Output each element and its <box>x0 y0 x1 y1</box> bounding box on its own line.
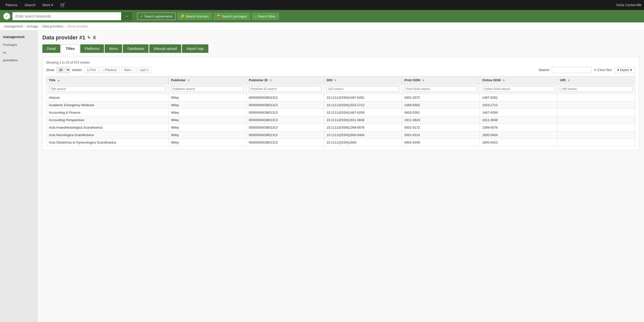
cell-publisher_id: 0000000403801313 <box>246 109 324 116</box>
cell-doi: 10.1111/(ISSN)1600- <box>324 139 402 146</box>
cell-title: Acta Neurologica Scandinavica <box>46 131 168 139</box>
agreements-label: Search agreements <box>144 14 172 18</box>
search-licenses-button[interactable]: 🔑 Search licenses <box>177 13 212 20</box>
cell-print_issn: 0001-6314 <box>402 131 480 139</box>
cell-uri <box>557 116 635 124</box>
delete-icon[interactable]: 🗑 <box>92 36 96 40</box>
cell-online_issn: 1553-2712 <box>480 102 557 109</box>
sort-publisher-icon: ⇅ <box>188 79 190 82</box>
online-issn-search-input[interactable] <box>482 86 555 92</box>
previous-button[interactable]: ‹ Previous <box>100 67 120 73</box>
last-button[interactable]: Last ⟩⟩ <box>137 67 151 73</box>
sort-publisher-id-icon: ⇅ <box>270 79 272 82</box>
col-publisher-id-label: Publisher ID <box>249 78 268 82</box>
sort-title-icon: ▲ <box>57 79 60 82</box>
user-info: koha Centerville <box>616 3 642 7</box>
search-circle-icon[interactable]: ✓ <box>3 12 10 20</box>
tab-databases[interactable]: Databases <box>123 44 148 53</box>
search-filter-input[interactable] <box>552 67 592 73</box>
sort-uri-icon: ⇅ <box>568 79 570 82</box>
publisher-search-input[interactable] <box>171 86 244 92</box>
cell-publisher: Wiley <box>168 109 246 116</box>
table-row: Academic Emergency MedicineWiley00000004… <box>46 102 635 109</box>
cell-title: Academic Emergency Medicine <box>46 102 168 109</box>
nav-cart[interactable]: 🛒 <box>57 0 68 10</box>
tab-titles[interactable]: Titles <box>61 44 80 53</box>
tab-platforms[interactable]: Platforms <box>80 44 104 53</box>
sort-doi-icon: ⇅ <box>334 79 336 82</box>
print-issn-search-input[interactable] <box>404 86 477 92</box>
search-go-button[interactable]: → <box>121 12 132 20</box>
cell-title: Acta Obstetricia et Gynecologica Scandin… <box>46 139 168 146</box>
cell-print_issn: 1069-6563 <box>402 102 480 109</box>
breadcrumb-eusage[interactable]: eUsage <box>27 24 38 28</box>
search-packages-button[interactable]: 📦 Search packages <box>213 13 250 20</box>
doi-search-input[interactable] <box>326 86 399 92</box>
nav-more[interactable]: More ▾ <box>40 0 56 10</box>
sort-print-issn-icon: ⇅ <box>422 79 424 82</box>
cell-doi: 10.1111/(ISSN)1467-6281 <box>324 94 402 102</box>
cell-uri <box>557 124 635 131</box>
nav-left: Patrons Search More ▾ 🛒 <box>2 0 68 10</box>
sidebar-item-es[interactable]: es <box>0 48 37 56</box>
breadcrumb-management[interactable]: management <box>4 24 23 28</box>
next-button[interactable]: Next › <box>121 67 135 73</box>
uri-search-input[interactable] <box>560 86 632 92</box>
sidebar-item-providers[interactable]: providers <box>0 56 37 64</box>
cell-print_issn: 0001-5172 <box>402 124 480 131</box>
cell-title: Accounting & Finance <box>46 109 168 116</box>
search-publisher-id-cell <box>246 84 324 94</box>
titles-label: Search titles <box>258 14 276 18</box>
first-button[interactable]: ⟨⟨ First <box>84 67 99 73</box>
col-publisher-id[interactable]: Publisher ID ⇅ <box>246 76 324 84</box>
table-row: Acta Anaesthesiologica ScandinavicaWiley… <box>46 124 635 131</box>
cell-publisher: Wiley <box>168 94 246 102</box>
table-row: Accounting & FinanceWiley000000040380131… <box>46 109 635 116</box>
search-doi-cell <box>324 84 402 94</box>
col-title[interactable]: Title ▲ <box>46 76 168 84</box>
sidebar-item-packages[interactable]: Packages <box>0 41 37 48</box>
main-layout: management Packages es providers Data pr… <box>0 30 644 322</box>
col-doi-label: DOI <box>326 78 332 82</box>
agreements-icon: ✓ <box>140 14 143 18</box>
cell-print_issn: 0810-5391 <box>402 109 480 116</box>
col-online-issn[interactable]: Online ISSN ⇅ <box>480 76 557 84</box>
nav-patrons[interactable]: Patrons <box>2 0 20 10</box>
export-button[interactable]: ⬇ Export ▼ <box>614 67 635 73</box>
sidebar: management Packages es providers <box>0 30 38 322</box>
publisher-id-search-input[interactable] <box>249 86 321 92</box>
search-titles-button[interactable]: ↕ Search titles <box>252 13 279 20</box>
cell-doi: 10.1111/(ISSN)1399-6576 <box>324 124 402 131</box>
edit-icon[interactable]: ✎ <box>87 36 90 40</box>
table-row: AbacusWiley000000040380131310.1111/(ISSN… <box>46 94 635 102</box>
tab-manual-upload[interactable]: Manual upload <box>149 44 181 53</box>
cell-title: Accounting Perspectives <box>46 116 168 124</box>
licenses-icon: 🔑 <box>180 14 184 18</box>
search-input[interactable] <box>12 12 121 20</box>
search-agreements-button[interactable]: ✓ Search agreements <box>137 13 176 20</box>
show-select[interactable]: 10 20 50 100 <box>56 67 70 73</box>
sidebar-heading: management <box>0 33 37 41</box>
tab-items[interactable]: Items <box>105 44 122 53</box>
col-doi[interactable]: DOI ⇅ <box>324 76 402 84</box>
col-uri[interactable]: URI ⇅ <box>557 76 635 84</box>
licenses-label: Search licenses <box>186 14 208 18</box>
breadcrumb-data-providers[interactable]: Data providers <box>42 24 63 28</box>
tab-import-logs[interactable]: Import logs <box>182 44 208 53</box>
col-title-label: Title <box>49 78 56 82</box>
clear-filter-button[interactable]: ✕ Clear filter <box>594 68 612 72</box>
nav-search[interactable]: Search <box>22 0 38 10</box>
col-publisher[interactable]: Publisher ⇅ <box>168 76 246 84</box>
table-area: Showing 1 to 20 of 972 entries Show 10 2… <box>42 57 639 150</box>
cell-publisher_id: 0000000403801313 <box>246 102 324 109</box>
packages-label: Search packages <box>222 14 247 18</box>
cell-print_issn: 1911-382X <box>402 116 480 124</box>
col-print-issn[interactable]: Print ISSN ⇅ <box>402 76 480 84</box>
cell-doi: 10.1111/(ISSN)1911-3838 <box>324 116 402 124</box>
title-search-input[interactable] <box>49 86 166 92</box>
cell-doi: 10.1111/(ISSN)1467-629X <box>324 109 402 116</box>
titles-icon: ↕ <box>255 14 257 18</box>
tab-detail[interactable]: Detail <box>42 44 60 53</box>
cell-publisher_id: 0000000403801313 <box>246 131 324 139</box>
search-input-wrap: → <box>12 12 132 20</box>
